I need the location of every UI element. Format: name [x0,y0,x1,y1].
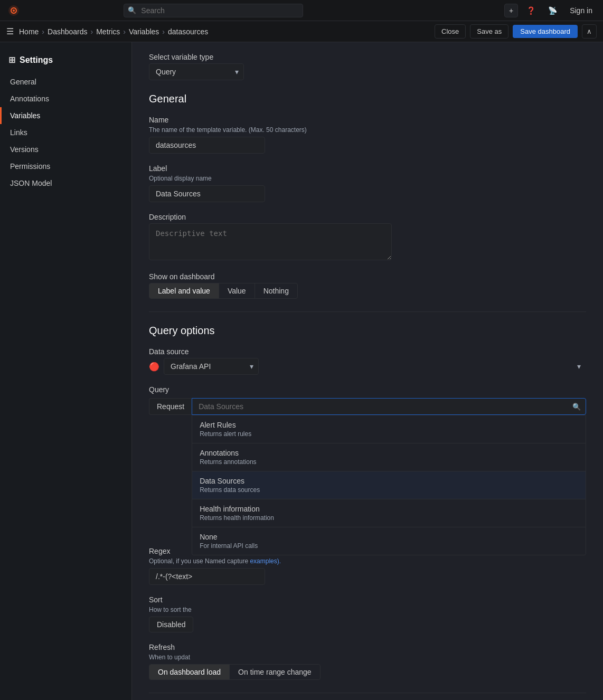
refresh-label: Refresh [149,643,586,651]
regex-input[interactable] [149,568,265,585]
description-field-group: Description [149,213,586,262]
save-as-button[interactable]: Save as [470,24,508,39]
sign-in-button[interactable]: Sign in [566,4,597,17]
toggle-label-and-value[interactable]: Label and value [149,283,219,298]
toggle-value[interactable]: Value [219,283,255,298]
show-on-dashboard-group: Show on dashboard Label and value Value … [149,272,586,299]
description-textarea[interactable] [149,223,392,260]
dropdown-item-none[interactable]: None For internal API calls [192,527,586,555]
breadcrumb-sep-3: › [123,27,126,36]
variable-type-select-wrapper: Query Custom Text box Constant Data sour… [149,63,244,80]
help-button[interactable]: ❓ [522,4,540,17]
query-label: Query [149,385,586,394]
sort-hint: How to sort the [149,606,586,613]
dropdown-item-annotations-desc: Returns annotations [200,458,578,466]
breadcrumb-actions: Close Save as Save dashboard ∧ [435,24,597,39]
show-on-dashboard-label: Show on dashboard [149,272,586,281]
search-input[interactable] [124,4,303,17]
sidebar-item-permissions[interactable]: Permissions [0,158,131,175]
dropdown-item-alert-rules-desc: Returns alert rules [200,430,578,438]
variable-type-row: Select variable type Query Custom Text b… [149,53,586,80]
label-label: Label [149,164,586,173]
close-button[interactable]: Close [435,24,466,39]
breadcrumb-sep-2: › [91,27,93,36]
variable-type-label: Select variable type [149,53,586,61]
hamburger-icon[interactable]: ☰ [6,26,14,36]
collapse-button[interactable]: ∧ [582,24,597,39]
sidebar-title: ⊞ Settings [0,51,131,73]
dropdown-item-data-sources-title: Data Sources [200,477,578,485]
sort-group: Sort How to sort the Disabled [149,595,586,632]
dropdown-item-none-desc: For internal API calls [200,542,578,550]
sort-disabled-button[interactable]: Disabled [149,617,193,632]
refresh-group: Refresh When to updat On dashboard load … [149,643,586,680]
dropdown-item-data-sources-desc: Returns data sources [200,486,578,494]
variable-type-select[interactable]: Query Custom Text box Constant Data sour… [149,63,244,80]
dropdown-item-health-title: Health information [200,505,578,513]
breadcrumb-bar: ☰ Home › Dashboards › Metrics › Variable… [0,21,603,42]
toggle-nothing[interactable]: Nothing [255,283,297,298]
name-label: Name [149,116,586,124]
sidebar-item-links[interactable]: Links [0,124,131,141]
sidebar-item-annotations[interactable]: Annotations [0,90,131,107]
sidebar-item-json-model[interactable]: JSON Model [0,175,131,192]
sidebar-item-general[interactable]: General [0,73,131,90]
data-source-label: Data source [149,347,586,356]
query-dropdown-input[interactable] [192,398,586,415]
query-dropdown-menu: Alert Rules Returns alert rules Annotati… [192,415,586,555]
svg-point-1 [13,10,15,12]
dropdown-item-annotations-title: Annotations [200,449,578,457]
regex-examples-link[interactable]: examples). [250,557,281,565]
data-source-inner-wrapper: Grafana API [164,358,259,375]
breadcrumb-metrics[interactable]: Metrics [96,27,120,36]
add-button[interactable]: + [504,4,518,17]
main-content: Select variable type Query Custom Text b… [132,42,603,700]
breadcrumb-dashboards[interactable]: Dashboards [48,27,88,36]
query-group: Query Request 🔍 Alert Rules Returns aler… [149,385,586,415]
label-input[interactable] [149,185,265,202]
divider-1 [149,311,586,312]
refresh-on-range-button[interactable]: On time range change [230,665,320,679]
app-logo[interactable] [6,3,21,18]
show-toggle-group: Label and value Value Nothing [149,283,298,299]
save-dashboard-button[interactable]: Save dashboard [513,25,578,38]
dropdown-item-annotations[interactable]: Annotations Returns annotations [192,443,586,471]
refresh-hint: When to updat [149,654,586,661]
label-hint: Optional display name [149,175,586,182]
dropdown-item-data-sources[interactable]: Data Sources Returns data sources [192,471,586,499]
dropdown-item-alert-rules-title: Alert Rules [200,421,578,429]
regex-hint: Optional, if you use Named capture examp… [149,557,586,565]
data-source-select-wrapper: 🔴 Grafana API [149,358,586,375]
name-hint: The name of the template variable. (Max.… [149,126,586,134]
data-source-select[interactable]: Grafana API [164,358,259,375]
topbar: 🔍 + ❓ 📡 Sign in [0,0,603,21]
sidebar: ⊞ Settings General Annotations Variables… [0,42,132,700]
grid-icon: ⊞ [8,55,15,65]
notifications-button[interactable]: 📡 [544,4,561,17]
search-icon: 🔍 [128,6,136,14]
query-row: Request 🔍 Alert Rules Returns alert rule… [149,398,586,415]
breadcrumb-sep-4: › [162,27,165,36]
sidebar-item-variables[interactable]: Variables [0,107,131,124]
breadcrumb-sep-1: › [42,27,44,36]
sidebar-item-versions[interactable]: Versions [0,141,131,158]
dropdown-item-alert-rules[interactable]: Alert Rules Returns alert rules [192,415,586,443]
description-label: Description [149,213,586,221]
data-source-group: Data source 🔴 Grafana API [149,347,586,375]
sort-label: Sort [149,595,586,604]
refresh-on-load-button[interactable]: On dashboard load [149,665,230,679]
query-request-tab[interactable]: Request [149,398,192,415]
breadcrumb-variables[interactable]: Variables [129,27,159,36]
main-layout: ⊞ Settings General Annotations Variables… [0,42,603,700]
dropdown-item-health[interactable]: Health information Returns health inform… [192,499,586,527]
query-options-heading: Query options [149,325,586,337]
breadcrumb-home[interactable]: Home [19,27,39,36]
topbar-right: + ❓ 📡 Sign in [504,4,597,17]
dropdown-item-health-desc: Returns health information [200,514,578,522]
breadcrumb-current: datasources [168,27,208,36]
general-heading: General [149,93,586,105]
divider-2 [149,693,586,693]
name-input[interactable] [149,137,265,154]
dropdown-search-icon: 🔍 [572,403,581,411]
query-dropdown-wrapper: 🔍 Alert Rules Returns alert rules Annota… [192,398,586,415]
